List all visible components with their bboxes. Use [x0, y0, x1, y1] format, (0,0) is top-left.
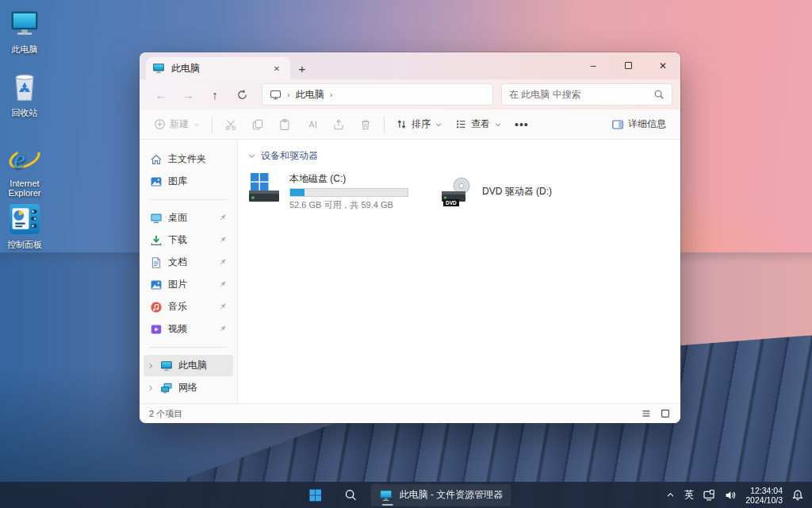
sidebar-item-downloads[interactable]: 下载 [144, 229, 233, 251]
details-view-icon[interactable] [641, 408, 652, 419]
minimize-button[interactable]: – [576, 52, 611, 79]
chevron-right-icon[interactable] [147, 384, 155, 392]
sidebar-item-this-pc[interactable]: 此电脑 [144, 355, 233, 376]
active-app-indicator [382, 504, 393, 506]
desktop-icon-label: 回收站 [12, 107, 38, 119]
breadcrumb-chevron-icon: › [287, 90, 290, 99]
paste-button[interactable] [271, 113, 298, 137]
drive-dvd-d[interactable]: DVD 驱动器 (D:) [440, 171, 552, 211]
sort-button[interactable]: 排序 [389, 113, 449, 137]
taskbar-app-label: 此电脑 - 文件资源管理器 [400, 488, 504, 502]
navigation-bar: ← → ↑ › 此电脑 › [140, 79, 680, 110]
paste-icon [278, 118, 291, 131]
drive-info: 本地磁盘 (C:) 52.6 GB 可用，共 59.4 GB [289, 171, 408, 211]
sort-button-label: 排序 [412, 117, 431, 131]
sidebar-item-videos[interactable]: 视频 [144, 318, 233, 340]
tab-close-icon[interactable]: ✕ [270, 61, 284, 75]
more-options-button[interactable]: ••• [508, 113, 535, 137]
up-button[interactable]: ↑ [201, 83, 228, 106]
group-header-devices-and-drives[interactable]: 设备和驱动器 [247, 149, 680, 163]
desktop-icon-internet-explorer[interactable]: Internet Explorer [0, 141, 51, 198]
chevron-down-icon [193, 121, 201, 129]
close-button[interactable]: ✕ [645, 52, 680, 79]
delete-icon [359, 118, 372, 131]
status-view-toggles [641, 408, 671, 419]
volume-icon[interactable] [724, 489, 737, 502]
desktop-icon-recycle-bin[interactable]: 回收站 [0, 70, 51, 119]
taskbar-search-button[interactable] [336, 484, 365, 506]
search-icon[interactable] [653, 89, 665, 100]
local-disk-icon [247, 171, 282, 203]
details-pane-button[interactable]: 详细信息 [605, 113, 672, 137]
new-button[interactable]: 新建 [147, 113, 207, 137]
drive-name: 本地磁盘 (C:) [289, 172, 408, 186]
taskbar-center: 此电脑 - 文件资源管理器 [301, 482, 511, 508]
cut-button[interactable] [217, 113, 244, 137]
forward-button[interactable]: → [174, 83, 201, 106]
sidebar-item-label: 图库 [168, 175, 228, 188]
delete-button[interactable] [352, 113, 379, 137]
back-button[interactable]: ← [147, 83, 174, 106]
share-button[interactable] [325, 113, 352, 137]
drive-local-disk-c[interactable]: 本地磁盘 (C:) 52.6 GB 可用，共 59.4 GB [247, 171, 408, 211]
control-panel-icon [7, 202, 42, 237]
breadcrumb-this-pc[interactable]: 此电脑 [296, 88, 324, 102]
address-bar[interactable]: › 此电脑 › [262, 83, 493, 106]
sidebar-item-label: 网络 [178, 381, 228, 394]
sidebar-item-gallery[interactable]: 图库 [144, 171, 233, 192]
sidebar-item-home[interactable]: 主文件夹 [144, 148, 233, 170]
hidden-icons-chevron-icon[interactable] [665, 490, 676, 500]
tab-this-pc[interactable]: 此电脑 ✕ [146, 57, 290, 79]
desktop-icon-this-pc[interactable]: 此电脑 [0, 6, 51, 56]
view-button[interactable]: 查看 [449, 113, 508, 137]
sidebar-item-music[interactable]: 音乐 [144, 296, 233, 318]
taskbar-file-explorer-button[interactable]: 此电脑 - 文件资源管理器 [371, 484, 511, 506]
this-pc-icon [160, 360, 173, 372]
start-button[interactable] [301, 484, 330, 506]
music-icon [150, 301, 163, 314]
sidebar: 主文件夹 图库 桌面 下载 [140, 140, 238, 403]
capacity-bar [289, 188, 408, 197]
network-tray-icon[interactable] [703, 489, 715, 502]
content-area: 设备和驱动器 本地磁盘 (C:) 52.6 GB 可用，共 59.4 GB [238, 140, 680, 403]
new-tab-button[interactable]: + [290, 57, 314, 79]
chevron-down-icon [494, 121, 502, 129]
sidebar-item-pictures[interactable]: 图片 [144, 274, 233, 295]
rename-button[interactable] [298, 113, 325, 137]
large-icons-view-icon[interactable] [660, 408, 671, 419]
refresh-icon [236, 89, 248, 101]
window-controls: – ✕ [576, 52, 680, 79]
sidebar-item-network[interactable]: 网络 [144, 377, 233, 398]
sidebar-item-label: 主文件夹 [168, 152, 228, 166]
group-header-label: 设备和驱动器 [261, 149, 318, 163]
tray-date: 2024/10/3 [745, 495, 783, 505]
sidebar-item-desktop[interactable]: 桌面 [144, 207, 233, 229]
capacity-text: 52.6 GB 可用，共 59.4 GB [289, 199, 408, 211]
new-button-label: 新建 [170, 117, 189, 131]
pin-icon [218, 324, 228, 333]
search-icon [343, 488, 357, 502]
refresh-button[interactable] [228, 83, 255, 106]
pictures-icon [150, 279, 163, 291]
desktop-icon-control-panel[interactable]: 控制面板 [0, 202, 51, 251]
desktop-icon-label: Internet Explorer [0, 179, 51, 198]
home-icon [150, 153, 163, 166]
dvd-drive-icon [440, 175, 475, 207]
chevron-down-icon [247, 152, 256, 160]
tab-title: 此电脑 [171, 62, 263, 75]
more-icon: ••• [515, 118, 529, 131]
chevron-right-icon[interactable] [147, 362, 155, 370]
clock[interactable]: 12:34:04 2024/10/3 [745, 486, 783, 505]
pin-icon [218, 257, 228, 267]
recycle-bin-icon [7, 70, 42, 105]
notification-bell-icon[interactable] [791, 489, 804, 502]
windows-logo-icon [308, 488, 323, 502]
sidebar-item-documents[interactable]: 文档 [144, 252, 233, 273]
search-input[interactable] [509, 89, 653, 100]
maximize-icon [625, 62, 632, 69]
breadcrumb-chevron-icon: › [330, 90, 333, 99]
details-pane-icon [611, 118, 624, 131]
ime-indicator[interactable]: 英 [684, 488, 694, 502]
copy-button[interactable] [244, 113, 271, 137]
maximize-button[interactable] [611, 52, 645, 79]
